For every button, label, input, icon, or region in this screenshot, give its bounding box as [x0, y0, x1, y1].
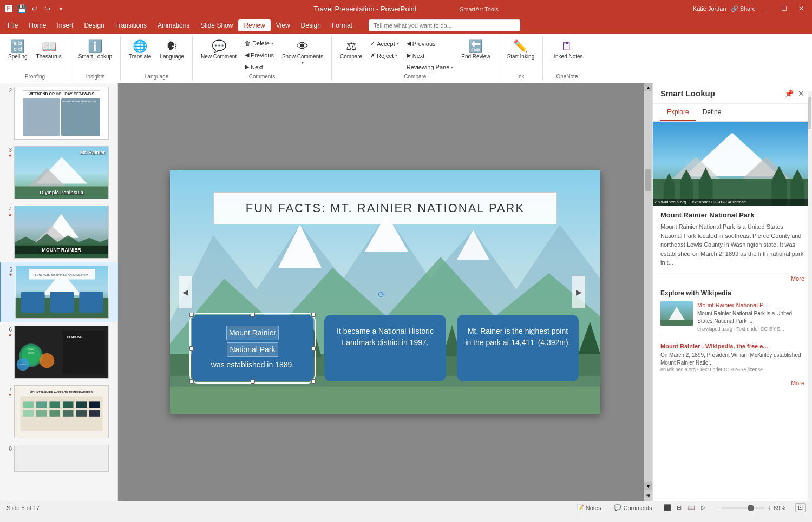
new-comment-button[interactable]: 💬 New Comment	[197, 38, 240, 70]
menu-review[interactable]: Review	[238, 19, 270, 31]
menu-transitions[interactable]: Transitions	[110, 19, 152, 31]
slide-image-2: WEEKEND OR HOLIDAY GETAWAYS some text he…	[14, 87, 109, 140]
linked-notes-button[interactable]: 🗒 Linked Notes	[547, 38, 586, 70]
zoom-slider[interactable]	[722, 507, 765, 509]
smart-lookup-content[interactable]: en.wikipedia.org · Text under CC-BY-SA l…	[653, 122, 812, 501]
redo-icon[interactable]: ↪	[43, 4, 52, 13]
slide-thumb-2[interactable]: 2 WEEKEND OR HOLIDAY GETAWAYS some text …	[0, 83, 117, 143]
notes-button[interactable]: 📝 Notes	[573, 503, 605, 512]
compare-button[interactable]: ⚖ Compare	[336, 38, 366, 70]
fit-button[interactable]: ⊡	[795, 503, 806, 512]
slide-thumb-3[interactable]: 3 ★ Olympic Pen	[0, 143, 117, 202]
red-link[interactable]: Mount Rainier - Wikipedia, the free e...	[660, 341, 804, 352]
end-review-button[interactable]: 🔚 End Review	[457, 38, 494, 70]
slide-sorter-button[interactable]: ⊞	[674, 503, 685, 513]
delete-button[interactable]: 🗑 Delete ▾	[241, 38, 277, 49]
sl-scrollbar[interactable]	[808, 91, 812, 501]
slide-thumb-8[interactable]: 8	[0, 441, 117, 473]
previous-comment-button[interactable]: ◀ Previous	[241, 49, 277, 61]
translate-label: Translate	[129, 54, 151, 60]
slide-thumb-7[interactable]: 7 ★ MOUNT RAINIER AVERAGE TEMPERATURES	[0, 382, 117, 441]
handle-bm[interactable]	[251, 379, 255, 384]
search-input[interactable]	[369, 19, 520, 31]
thesaurus-button[interactable]: 📖 Thesaurus	[32, 38, 66, 70]
slide-thumb-5[interactable]: 5 ★ FUN FACTS: MT. RAI	[0, 262, 117, 322]
canvas-area[interactable]: ▲ ▼ ⊞	[118, 83, 652, 501]
smart-lookup-pin-icon[interactable]: 📌	[784, 89, 794, 98]
handle-tl[interactable]	[189, 313, 194, 317]
main-result-more-link[interactable]: More	[653, 273, 812, 284]
zoom-thumb[interactable]	[748, 505, 754, 511]
slide-num-8: 8	[4, 445, 12, 452]
share-button[interactable]: 🔗 Share	[731, 5, 756, 12]
comments-status-button[interactable]: 💬 Comments	[611, 503, 655, 512]
slide-num-5: 5	[5, 266, 12, 273]
undo-icon[interactable]: ↩	[30, 4, 39, 13]
show-comments-button[interactable]: 👁 Show Comments ▾	[278, 38, 327, 70]
slide-thumb-4[interactable]: 4 ★	[0, 202, 117, 262]
menu-animations[interactable]: Animations	[152, 19, 195, 31]
canvas-scroll-vertical[interactable]: ▲ ▼ ⊞	[644, 83, 652, 501]
user-name[interactable]: Katie Jordan	[693, 5, 726, 12]
handle-bl[interactable]	[189, 379, 194, 384]
translate-button[interactable]: 🌐 Translate	[125, 38, 155, 70]
delete-icon: 🗑	[245, 40, 251, 47]
reviewing-pane-button[interactable]: Reviewing Pane ▾	[403, 62, 457, 72]
menu-design2[interactable]: Design	[296, 19, 326, 31]
slideshow-view-button[interactable]: ▷	[698, 503, 709, 513]
smart-art-card-2[interactable]: It became a National Historic Landmark d…	[324, 315, 446, 381]
menu-view[interactable]: View	[271, 19, 296, 31]
next-comment-button[interactable]: ▶ Next	[241, 61, 277, 72]
tab-explore[interactable]: Explore	[660, 104, 696, 121]
scroll-up-button[interactable]: ▲	[644, 83, 652, 91]
menu-design[interactable]: Design	[78, 19, 109, 31]
spelling-button[interactable]: 🔡 Spelling	[4, 38, 31, 70]
menu-slideshow[interactable]: Slide Show	[195, 19, 238, 31]
smart-art-card-3[interactable]: Mt. Rainer is the highest point in the p…	[457, 315, 579, 381]
slide-prev-arrow[interactable]: ◀	[179, 276, 192, 308]
slide-title-box[interactable]: FUN FACTS: MT. RAINIER NATIONAL PARK	[213, 192, 557, 224]
reading-view-button[interactable]: 📖	[686, 503, 697, 513]
rotate-handle[interactable]: ⟳	[378, 289, 385, 300]
smart-lookup-button[interactable]: ℹ️ Smart Lookup	[75, 38, 116, 70]
menu-format[interactable]: Format	[326, 19, 358, 31]
smart-lookup-close-button[interactable]: ✕	[798, 89, 804, 98]
menu-insert[interactable]: Insert	[51, 19, 78, 31]
minimize-button[interactable]: ─	[760, 2, 773, 15]
prev-change-button[interactable]: ◀ Previous	[403, 38, 457, 49]
accept-button[interactable]: ✓ Accept ▾	[367, 38, 402, 49]
start-inking-button[interactable]: ✏️ Start Inking	[503, 38, 539, 70]
scroll-down-button[interactable]: ▼	[644, 482, 652, 490]
next-comment-label: Next	[251, 64, 263, 70]
zoom-out-button[interactable]: −	[715, 504, 719, 512]
next-comment-icon: ▶	[245, 63, 249, 70]
handle-br[interactable]	[311, 379, 316, 384]
next-change-button[interactable]: ▶ Next	[403, 50, 457, 61]
tab-define[interactable]: Define	[696, 104, 728, 121]
wiki-item-1-link[interactable]: Mount Rainier National P...	[697, 301, 804, 309]
scroll-expand-button[interactable]: ⊞	[644, 490, 652, 501]
smart-art-card-1[interactable]: Mount Rainier National Park was establis…	[192, 315, 313, 381]
handle-tr[interactable]	[311, 313, 316, 317]
language-button[interactable]: 🗣 Language	[156, 38, 188, 70]
handle-ml[interactable]	[189, 346, 194, 351]
insights-label: Insights	[86, 72, 104, 81]
handle-tm[interactable]	[251, 313, 255, 317]
customize-icon[interactable]: ▾	[56, 4, 65, 13]
menu-home[interactable]: Home	[23, 19, 51, 31]
translate-icon: 🌐	[133, 41, 147, 52]
zoom-in-button[interactable]: +	[767, 504, 771, 512]
menu-file[interactable]: File	[2, 19, 23, 31]
close-button[interactable]: ✕	[795, 2, 808, 15]
bottom-more-link[interactable]: More	[653, 378, 812, 388]
sl-scroll-thumb[interactable]	[808, 97, 811, 129]
normal-view-button[interactable]: ⬛	[662, 503, 673, 513]
scroll-thumb[interactable]	[645, 169, 651, 191]
handle-mr[interactable]	[311, 346, 316, 351]
smart-lookup-icon: ℹ️	[88, 41, 102, 52]
restore-button[interactable]: ☐	[777, 2, 790, 15]
slide-next-arrow[interactable]: ▶	[572, 276, 585, 308]
reject-button[interactable]: ✗ Reject ▾	[367, 50, 402, 61]
save-icon[interactable]: 💾	[17, 4, 26, 13]
slide-thumb-6[interactable]: 6 ★ DIY HIKING TRAIL VIEWS GUIDES	[0, 322, 117, 382]
